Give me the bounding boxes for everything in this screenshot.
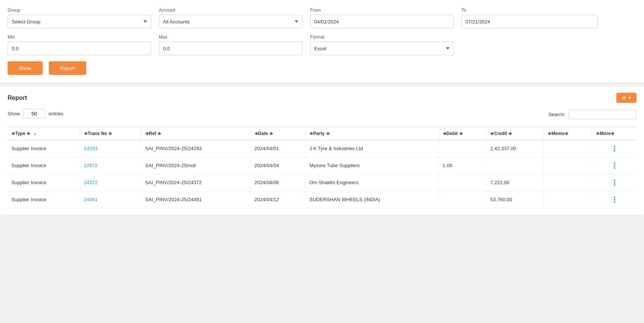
chevron-down-icon: ▾ (628, 95, 631, 101)
to-form-group: To (461, 8, 597, 28)
account-form-group: Account All Accounts (159, 8, 303, 28)
col-credit[interactable]: ≑Credit ≑ (486, 127, 544, 140)
cell-memo (544, 157, 592, 174)
sort-icon-type: ▲ (33, 132, 37, 136)
cell-ref: SAI_PINV/2024-25/24293 (141, 140, 250, 157)
show-label: Show (8, 111, 20, 116)
max-form-group: Max (159, 34, 303, 55)
more-dots[interactable] (596, 146, 633, 152)
min-label: Min (8, 34, 151, 40)
cell-debit (439, 191, 486, 208)
account-label: Account (159, 8, 303, 13)
cell-party: SUDERSHAN WHEELS (INDIA) (306, 191, 439, 208)
more-dots[interactable] (596, 180, 633, 186)
cell-type: Supplier Invoice (8, 174, 80, 191)
table-row: Supplier Invoice24372SAI_PINV/2024-25/24… (8, 174, 636, 191)
cell-date: 2024/04/12 (250, 191, 306, 208)
gear-button[interactable]: ⚙ ▾ (616, 93, 636, 103)
show-entries: Show entries (8, 109, 64, 118)
cell-trans_no[interactable]: 24293 (80, 140, 141, 157)
col-debit[interactable]: ≑Debit ≑ (439, 127, 486, 140)
format-select[interactable]: Excel (310, 42, 454, 55)
cell-party: Om Shakthi Engineers (306, 174, 439, 191)
min-form-group: Min (8, 34, 151, 55)
min-input[interactable] (8, 42, 151, 55)
col-ref[interactable]: ≑Ref ≑ (141, 127, 250, 140)
cell-credit (486, 157, 544, 174)
cell-credit: 7,222.00 (486, 174, 544, 191)
format-label: Format (310, 34, 454, 40)
account-select[interactable]: All Accounts (159, 15, 303, 28)
search-label: Search: (548, 112, 565, 117)
table-row: Supplier Invoice24293SAI_PINV/2024-25/24… (8, 140, 636, 157)
report-header: Report ⚙ ▾ (8, 93, 636, 103)
entries-label: entries (49, 111, 64, 116)
table-row: Supplier Invoice22972SAI_PINV/2024-25/nu… (8, 157, 636, 174)
format-form-group: Format Excel (310, 34, 454, 55)
cell-more[interactable] (592, 174, 636, 191)
to-input[interactable] (461, 15, 597, 28)
more-dots[interactable] (596, 163, 633, 169)
trans-link[interactable]: 24372 (84, 180, 98, 185)
from-form-group: From (310, 8, 454, 28)
to-label: To (461, 8, 597, 13)
report-panel: Report ⚙ ▾ Show entries Search: ≑Type ≑ … (0, 87, 644, 214)
cell-debit (439, 174, 486, 191)
cell-type: Supplier Invoice (8, 157, 80, 174)
col-more[interactable]: ≑More≑ (592, 127, 636, 140)
trans-link[interactable]: 24481 (84, 197, 98, 202)
cell-memo (544, 174, 592, 191)
cell-date: 2024/04/06 (250, 174, 306, 191)
cell-date: 2024/04/04 (250, 157, 306, 174)
max-input[interactable] (159, 42, 303, 55)
entries-input[interactable] (23, 109, 46, 118)
search-input[interactable] (568, 110, 636, 119)
report-table: ≑Type ≑ ▲ ≑Trans No ≑ ≑Ref ≑ ≑Date ≑ ≑Pa… (8, 127, 636, 208)
cell-ref: SAI_PINV/2024-25/24372 (141, 174, 250, 191)
trans-link[interactable]: 24293 (84, 146, 98, 151)
col-trans-no[interactable]: ≑Trans No ≑ (80, 127, 141, 140)
gear-icon: ⚙ (622, 95, 626, 101)
cell-date: 2024/04/01 (250, 140, 306, 157)
group-label: Group (8, 8, 151, 13)
cell-credit: 2,42,337.00 (486, 140, 544, 157)
filter-panel: Group Select Group Account All Accounts … (0, 0, 644, 83)
show-button[interactable]: Show (8, 61, 43, 75)
max-label: Max (159, 34, 303, 40)
button-row: Show Report (8, 61, 636, 75)
cell-ref: SAI_PINV/2024-25/24481 (141, 191, 250, 208)
cell-party: Mysore Tube Suppliers (306, 157, 439, 174)
cell-type: Supplier Invoice (8, 191, 80, 208)
cell-more[interactable] (592, 140, 636, 157)
cell-trans_no[interactable]: 24481 (80, 191, 141, 208)
group-select[interactable]: Select Group (8, 15, 151, 28)
cell-party: J K Tyre & Industries Ltd (306, 140, 439, 157)
col-type[interactable]: ≑Type ≑ ▲ (8, 127, 80, 140)
table-row: Supplier Invoice24481SAI_PINV/2024-25/24… (8, 191, 636, 208)
col-party[interactable]: ≑Party ≑ (306, 127, 439, 140)
from-input[interactable] (310, 15, 454, 28)
entries-search-row: Show entries Search: (8, 109, 636, 123)
more-dots[interactable] (596, 197, 633, 203)
col-memo[interactable]: ≑Memo≑ (544, 127, 592, 140)
cell-memo (544, 140, 592, 157)
cell-more[interactable] (592, 157, 636, 174)
report-title: Report (8, 95, 27, 101)
report-button[interactable]: Report (49, 61, 86, 75)
trans-link[interactable]: 22972 (84, 163, 98, 168)
cell-type: Supplier Invoice (8, 140, 80, 157)
cell-credit: 53,760.00 (486, 191, 544, 208)
cell-trans_no[interactable]: 24372 (80, 174, 141, 191)
search-row: Search: (548, 110, 636, 119)
cell-more[interactable] (592, 191, 636, 208)
group-form-group: Group Select Group (8, 8, 151, 28)
cell-debit: 1.00 (439, 157, 486, 174)
cell-memo (544, 191, 592, 208)
cell-ref: SAI_PINV/2024-25/null (141, 157, 250, 174)
table-header-row: ≑Type ≑ ▲ ≑Trans No ≑ ≑Ref ≑ ≑Date ≑ ≑Pa… (8, 127, 636, 140)
cell-debit (439, 140, 486, 157)
from-label: From (310, 8, 454, 13)
cell-trans_no[interactable]: 22972 (80, 157, 141, 174)
col-date[interactable]: ≑Date ≑ (250, 127, 306, 140)
